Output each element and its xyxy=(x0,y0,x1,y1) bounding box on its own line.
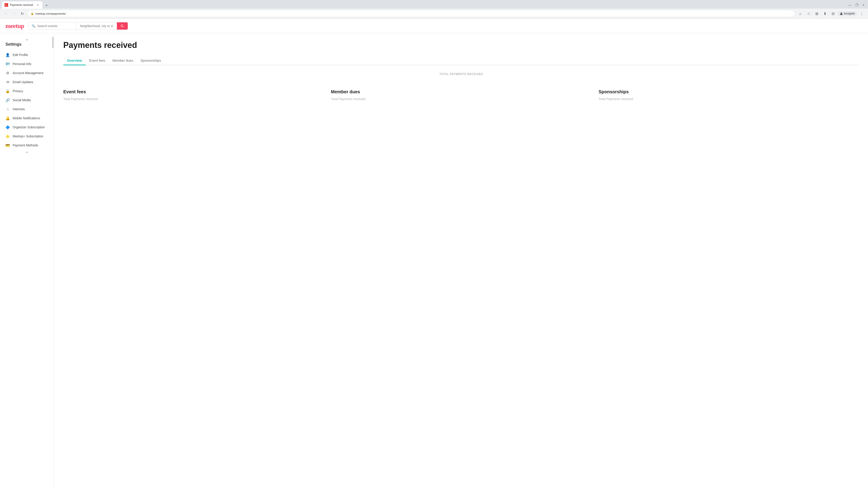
email-updates-icon: ✉ xyxy=(5,80,10,84)
payment-methods-icon: 💳 xyxy=(5,143,10,148)
meetup-logo[interactable]: meetup xyxy=(5,22,24,30)
sidebar-item-mobile-notifications[interactable]: 🔔 Mobile Notifications xyxy=(0,113,54,123)
search-input[interactable] xyxy=(37,22,73,30)
location-input[interactable] xyxy=(76,22,117,30)
meetup-subscription-label: Meetup+ Subscription xyxy=(13,134,43,138)
sidebar-item-organizer-subscription[interactable]: 🔷 Organizer Subscription xyxy=(0,123,54,132)
sponsorships-card-title: Sponsorships xyxy=(598,89,859,94)
sidebar-scrollbar[interactable] xyxy=(52,37,54,48)
account-management-icon: ⚙ xyxy=(5,71,10,75)
toolbar-right: ⌕ ☆ ⊞ ⬇ ⊟ Incognito ⋮ xyxy=(797,10,865,17)
sidebar-item-edit-profile[interactable]: 👤 Edit Profile xyxy=(0,51,54,59)
search-button[interactable] xyxy=(117,22,128,30)
address-bar[interactable]: 🔒 meetup.com/payments/ xyxy=(27,10,795,17)
tab-favicon: m xyxy=(4,3,8,7)
sidebar-item-payment-methods[interactable]: 💳 Payment Methods xyxy=(0,141,54,150)
email-updates-label: Email Updates xyxy=(13,80,33,84)
edit-profile-label: Edit Profile xyxy=(13,53,28,57)
sidebar-item-meetup-subscription[interactable]: ⭐ Meetup+ Subscription xyxy=(0,132,54,141)
more-menu-button[interactable]: ⋮ xyxy=(858,10,865,17)
scroll-up-arrow[interactable]: ▲ xyxy=(0,38,54,41)
sponsorships-card-sublabel: Total Payments received xyxy=(598,97,859,101)
interests-icon: ☆ xyxy=(5,107,10,111)
svg-point-3 xyxy=(121,25,123,27)
scroll-down-arrow[interactable]: ▼ xyxy=(0,151,54,154)
close-window-button[interactable]: × xyxy=(861,2,866,8)
sidebar-item-account-management[interactable]: ⚙ Account Management xyxy=(0,68,54,77)
sidebar-item-privacy[interactable]: 🔒 Privacy xyxy=(0,87,54,96)
search-bar: 🔍 xyxy=(29,22,128,30)
total-payments-label: TOTAL PAYMENTS RECEIVED xyxy=(63,72,859,76)
settings-title: Settings xyxy=(0,42,54,51)
extensions-button[interactable]: ⊞ xyxy=(813,10,820,17)
incognito-label: Incognito xyxy=(844,12,855,15)
maximize-button[interactable]: ❐ xyxy=(854,2,860,8)
incognito-badge[interactable]: Incognito xyxy=(837,11,857,16)
split-button[interactable]: ⊟ xyxy=(829,10,837,17)
logo-text: meetup xyxy=(5,22,24,30)
mobile-notifications-label: Mobile Notifications xyxy=(13,116,40,120)
member-dues-card-sublabel: Total Payments received xyxy=(331,97,591,101)
tab-event-fees[interactable]: Event fees xyxy=(86,56,109,65)
minimize-button[interactable]: — xyxy=(847,2,852,8)
payment-cards: Event fees Total Payments received Membe… xyxy=(63,85,859,105)
address-lock-icon: 🔒 xyxy=(31,12,34,15)
meetup-subscription-icon: ⭐ xyxy=(5,134,10,138)
browser-chrome: m Payments received × + — ❐ × ← → ↻ 🔒 me… xyxy=(0,0,868,19)
new-tab-button[interactable]: + xyxy=(43,2,50,8)
event-fees-card-title: Event fees xyxy=(63,89,324,94)
edit-profile-icon: 👤 xyxy=(5,53,10,57)
back-button[interactable]: ← xyxy=(3,10,9,17)
svg-line-4 xyxy=(123,26,124,27)
navbar: meetup 🔍 xyxy=(0,19,868,33)
organizer-subscription-icon: 🔷 xyxy=(5,125,10,129)
personal-info-label: Personal Info xyxy=(13,62,31,66)
tab-sponsorships[interactable]: Sponsorships xyxy=(137,56,164,65)
interests-label: Interests xyxy=(13,107,25,111)
tab-close-button[interactable]: × xyxy=(36,3,40,7)
event-fees-card-sublabel: Total Payments received xyxy=(63,97,324,101)
search-toolbar-button[interactable]: ⌕ xyxy=(797,10,804,17)
member-dues-card: Member dues Total Payments received xyxy=(331,85,591,105)
sidebar-item-social-media[interactable]: 🔗 Social Media xyxy=(0,96,54,105)
browser-tab-active[interactable]: m Payments received × xyxy=(2,1,42,8)
personal-info-icon: 🪪 xyxy=(5,62,10,66)
search-button-icon xyxy=(121,24,124,28)
payment-methods-label: Payment Methods xyxy=(13,143,38,147)
mobile-notifications-icon: 🔔 xyxy=(5,116,10,121)
refresh-button[interactable]: ↻ xyxy=(19,10,25,17)
tab-member-dues[interactable]: Member dues xyxy=(109,56,137,65)
browser-toolbar: ← → ↻ 🔒 meetup.com/payments/ ⌕ ☆ ⊞ ⬇ ⊟ I… xyxy=(0,8,868,19)
sidebar-item-email-updates[interactable]: ✉ Email Updates xyxy=(0,77,54,87)
svg-text:m: m xyxy=(5,4,7,6)
social-media-label: Social Media xyxy=(13,98,31,102)
sidebar-item-interests[interactable]: ☆ Interests xyxy=(0,105,54,113)
main-layout: ▲ Settings 👤 Edit Profile 🪪 Personal Inf… xyxy=(0,33,868,488)
app-container: meetup 🔍 ▲ Settings 👤 Edit Profile 🪪 Per… xyxy=(0,19,868,488)
tab-overview[interactable]: Overview xyxy=(63,56,86,65)
account-management-label: Account Management xyxy=(13,71,43,75)
sponsorships-card: Sponsorships Total Payments received xyxy=(598,85,859,105)
privacy-icon: 🔒 xyxy=(5,89,10,93)
tab-title: Payments received xyxy=(10,3,34,6)
social-media-icon: 🔗 xyxy=(5,98,10,102)
incognito-icon xyxy=(840,12,843,15)
sidebar: ▲ Settings 👤 Edit Profile 🪪 Personal Inf… xyxy=(0,33,54,488)
search-input-wrapper: 🔍 xyxy=(29,22,76,30)
search-icon: 🔍 xyxy=(32,24,35,28)
url-text: meetup.com/payments/ xyxy=(35,12,792,15)
event-fees-card: Event fees Total Payments received xyxy=(63,85,324,105)
download-button[interactable]: ⬇ xyxy=(821,10,829,17)
page-title: Payments received xyxy=(63,40,859,50)
sidebar-nav: 👤 Edit Profile 🪪 Personal Info ⚙ Account… xyxy=(0,51,54,150)
content-area: Payments received OverviewEvent feesMemb… xyxy=(54,33,868,488)
member-dues-card-title: Member dues xyxy=(331,89,591,94)
organizer-subscription-label: Organizer Subscription xyxy=(13,125,45,129)
forward-button[interactable]: → xyxy=(11,10,17,17)
sidebar-item-personal-info[interactable]: 🪪 Personal Info xyxy=(0,59,54,68)
privacy-label: Privacy xyxy=(13,89,23,93)
bookmark-button[interactable]: ☆ xyxy=(805,10,812,17)
tabs: OverviewEvent feesMember duesSponsorship… xyxy=(63,56,859,65)
